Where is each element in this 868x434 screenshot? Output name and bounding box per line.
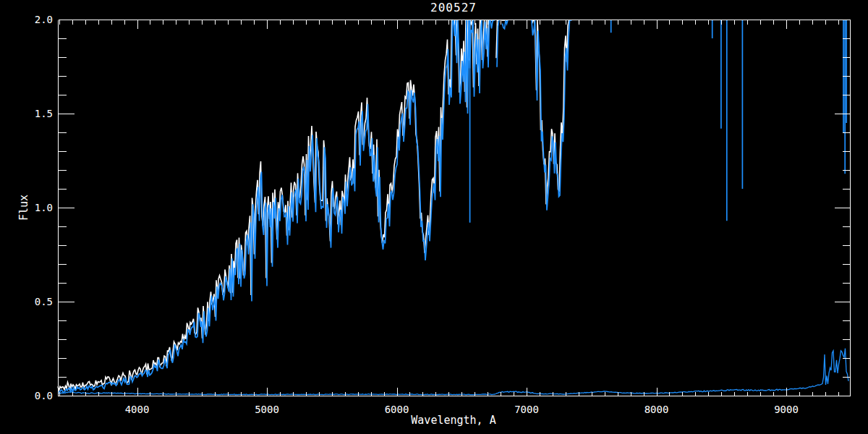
x-tick-label: 7000 [514,404,539,415]
y-axis-label: Flux [17,195,30,221]
template-spectrum-path [58,20,569,391]
y-tick-label: 0.5 [35,296,53,307]
x-tick-label: 4000 [125,404,150,415]
y-tick-label: 0.0 [35,390,53,401]
plot-window: 200527 Wavelength, A Flux 40005000600070… [0,0,868,434]
x-axis-label: Wavelength, A [411,414,495,427]
observed-spectrum-path [59,20,572,392]
axis-labels-layer: 200527 Wavelength, A Flux 40005000600070… [17,1,799,427]
chart-title: 200527 [430,1,477,14]
sky-background-path [59,349,848,395]
x-tick-label: 6000 [385,404,409,415]
y-tick-label: 1.0 [35,202,53,213]
y-tick-label: 2.0 [35,14,53,25]
y-tick-label: 1.5 [35,108,53,119]
spectrum-series-layer [58,20,848,395]
axes-layer [59,20,851,396]
x-tick-label: 9000 [774,404,799,415]
x-tick-label: 5000 [255,404,279,415]
chart-canvas: 200527 Wavelength, A Flux 40005000600070… [0,0,868,434]
x-tick-label: 8000 [644,404,669,415]
